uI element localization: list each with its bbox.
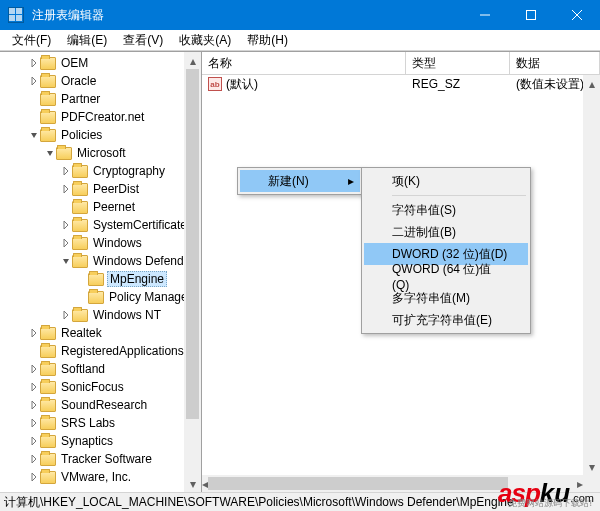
expand-icon[interactable]: [28, 473, 40, 481]
scroll-thumb-h[interactable]: [208, 477, 508, 490]
ctx-expandstring[interactable]: 可扩充字符串值(E): [364, 309, 528, 331]
ctx-new[interactable]: 新建(N) ▸: [240, 170, 360, 192]
expand-icon[interactable]: [28, 419, 40, 427]
tree-item[interactable]: Microsoft: [12, 144, 201, 162]
scroll-thumb[interactable]: [186, 69, 199, 419]
svg-rect-1: [527, 11, 536, 20]
list-row[interactable]: ab (默认) REG_SZ (数值未设置): [202, 75, 600, 93]
expand-icon[interactable]: [28, 59, 40, 67]
expand-icon[interactable]: [60, 239, 72, 247]
collapse-icon[interactable]: [44, 149, 56, 157]
scroll-up-icon[interactable]: ▴: [583, 75, 600, 92]
tree-item[interactable]: SoundResearch: [12, 396, 201, 414]
maximize-button[interactable]: [508, 0, 554, 30]
tree-item[interactable]: Policies: [12, 126, 201, 144]
app-icon: [8, 7, 24, 23]
value-name: (默认): [226, 76, 258, 93]
tree-item[interactable]: SRS Labs: [12, 414, 201, 432]
menu-edit[interactable]: 编辑(E): [59, 30, 115, 51]
menu-favorites[interactable]: 收藏夹(A): [171, 30, 239, 51]
folder-icon: [72, 201, 88, 214]
window-title: 注册表编辑器: [32, 7, 462, 24]
folder-icon: [40, 75, 56, 88]
tree-scrollbar[interactable]: ▴ ▾: [184, 52, 201, 492]
tree-label: Tracker Software: [59, 452, 154, 466]
expand-icon[interactable]: [28, 383, 40, 391]
expand-icon[interactable]: [28, 437, 40, 445]
expand-icon[interactable]: [28, 365, 40, 373]
collapse-icon[interactable]: [28, 131, 40, 139]
ctx-binary[interactable]: 二进制值(B): [364, 221, 528, 243]
tree-item[interactable]: Synaptics: [12, 432, 201, 450]
folder-icon: [72, 237, 88, 250]
tree-item[interactable]: Windows Defender: [12, 252, 201, 270]
ctx-qword[interactable]: QWORD (64 位)值(Q): [364, 265, 528, 287]
col-type[interactable]: 类型: [406, 52, 510, 74]
tree-item[interactable]: Softland: [12, 360, 201, 378]
list-scrollbar-h[interactable]: ◂ ▸: [202, 475, 583, 492]
tree-label: Microsoft: [75, 146, 128, 160]
tree-item[interactable]: Windows NT: [12, 306, 201, 324]
scroll-down-icon[interactable]: ▾: [184, 475, 201, 492]
expand-icon[interactable]: [60, 221, 72, 229]
scroll-up-icon[interactable]: ▴: [184, 52, 201, 69]
expand-icon[interactable]: [60, 185, 72, 193]
collapse-icon[interactable]: [60, 257, 72, 265]
context-menu-new: 新建(N) ▸: [237, 167, 363, 195]
tree-label: OEM: [59, 56, 90, 70]
folder-icon: [72, 219, 88, 232]
ctx-string[interactable]: 字符串值(S): [364, 199, 528, 221]
tree-label: VMware, Inc.: [59, 470, 133, 484]
folder-icon: [88, 273, 104, 286]
list-scrollbar-v[interactable]: ▴ ▾: [583, 75, 600, 475]
tree-item[interactable]: MpEngine: [12, 270, 201, 288]
tree-item[interactable]: PeerDist: [12, 180, 201, 198]
tree-item[interactable]: RegisteredApplications: [12, 342, 201, 360]
folder-icon: [72, 183, 88, 196]
expand-icon[interactable]: [28, 329, 40, 337]
col-data[interactable]: 数据: [510, 52, 600, 74]
ctx-label: 新建(N): [268, 173, 309, 190]
minimize-button[interactable]: [462, 0, 508, 30]
expand-icon[interactable]: [28, 401, 40, 409]
tree-item[interactable]: VMware, Inc.: [12, 468, 201, 486]
tree-label: Windows Defender: [91, 254, 196, 268]
tree-item[interactable]: Cryptography: [12, 162, 201, 180]
tree-item[interactable]: OEM: [12, 54, 201, 72]
menu-help[interactable]: 帮助(H): [239, 30, 296, 51]
tree-item[interactable]: PDFCreator.net: [12, 108, 201, 126]
menu-view[interactable]: 查看(V): [115, 30, 171, 51]
folder-icon: [72, 255, 88, 268]
tree-item[interactable]: Tracker Software: [12, 450, 201, 468]
tree-item[interactable]: Windows: [12, 234, 201, 252]
expand-icon[interactable]: [28, 455, 40, 463]
ctx-multistring[interactable]: 多字符串值(M): [364, 287, 528, 309]
tree-item[interactable]: Policy Manager: [12, 288, 201, 306]
close-button[interactable]: [554, 0, 600, 30]
expand-icon[interactable]: [28, 77, 40, 85]
string-value-icon: ab: [208, 77, 222, 91]
folder-icon: [72, 309, 88, 322]
tree-label: SRS Labs: [59, 416, 117, 430]
tree-label: Policy Manager: [107, 290, 194, 304]
tree-item[interactable]: SystemCertificates: [12, 216, 201, 234]
col-name[interactable]: 名称: [202, 52, 406, 74]
expand-icon[interactable]: [60, 167, 72, 175]
tree-item[interactable]: Realtek: [12, 324, 201, 342]
tree-label: RegisteredApplications: [59, 344, 186, 358]
tree-label: PeerDist: [91, 182, 141, 196]
tree-label: Windows: [91, 236, 144, 250]
folder-icon: [40, 129, 56, 142]
expand-icon[interactable]: [60, 311, 72, 319]
tree-item[interactable]: SonicFocus: [12, 378, 201, 396]
folder-icon: [40, 417, 56, 430]
tree-item[interactable]: Partner: [12, 90, 201, 108]
menu-file[interactable]: 文件(F): [4, 30, 59, 51]
ctx-key[interactable]: 项(K): [364, 170, 528, 192]
tree-item[interactable]: Peernet: [12, 198, 201, 216]
folder-icon: [40, 345, 56, 358]
scroll-down-icon[interactable]: ▾: [583, 458, 600, 475]
menubar: 文件(F) 编辑(E) 查看(V) 收藏夹(A) 帮助(H): [0, 30, 600, 51]
tree-item[interactable]: Oracle: [12, 72, 201, 90]
statusbar: 计算机\HKEY_LOCAL_MACHINE\SOFTWARE\Policies…: [0, 492, 600, 511]
